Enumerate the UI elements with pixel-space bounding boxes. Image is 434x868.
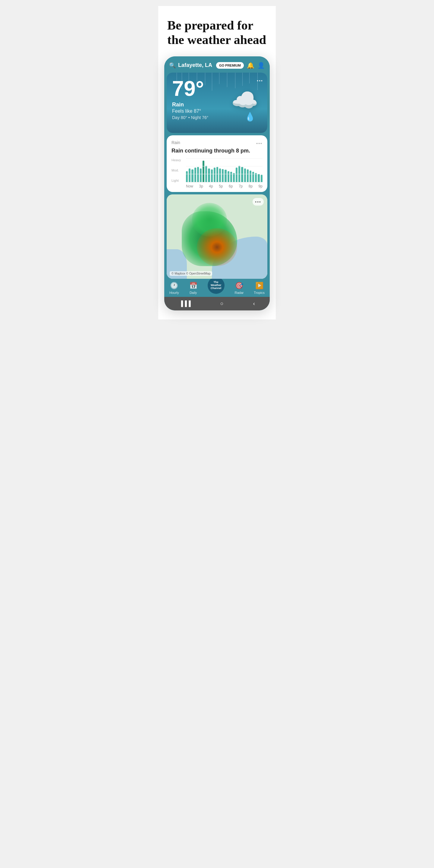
y-label-heavy: Heavy	[172, 158, 181, 162]
map-storm-orange	[197, 228, 237, 266]
bottom-navigation: 🕐 Hourly 📅 Daily TheWeatherChannel 🎯 Rad…	[164, 279, 270, 297]
time-7p: 7p	[239, 184, 243, 188]
weather-channel-label: TheWeatherChannel	[211, 281, 221, 290]
nav-tropics[interactable]: ▶️ Tropics	[254, 282, 265, 294]
hourly-label: Hourly	[169, 291, 179, 294]
chart-bar-17	[233, 173, 235, 182]
time-9p: 9p	[258, 184, 262, 188]
profile-icon[interactable]: 👤	[257, 62, 265, 69]
chart-bar-14	[224, 170, 226, 182]
chart-bar-0	[186, 171, 188, 182]
weather-more-button[interactable]	[257, 77, 263, 84]
android-recent-button[interactable]: ▐▐▐	[179, 301, 190, 307]
hero-section: Be prepared for the weather ahead	[158, 6, 276, 56]
chart-bar-5	[200, 168, 202, 182]
chart-bar-8	[208, 168, 210, 182]
rain-forecast-title: Rain continuing through 8 pm.	[172, 148, 262, 154]
rain-card-label: Rain	[172, 140, 180, 145]
chart-bar-15	[227, 171, 229, 182]
daily-icon: 📅	[189, 282, 197, 290]
map-background	[167, 194, 267, 279]
chart-bar-16	[230, 172, 232, 182]
top-bar: 🔍 Lafayette, LA GO PREMIUM 🔔 👤	[164, 56, 270, 73]
y-label-light: Light	[172, 179, 181, 182]
chart-bar-2	[191, 169, 193, 182]
chart-bar-13	[222, 169, 224, 182]
search-icon: 🔍	[169, 62, 176, 69]
notification-icon[interactable]: 🔔	[247, 62, 254, 69]
rain-forecast-card: Rain Rain continuing through 8 pm. Heavy…	[167, 135, 267, 192]
y-label-mod: Mod.	[172, 168, 181, 172]
grid-line-mid1	[186, 166, 262, 166]
hero-title: Be prepared for the weather ahead	[167, 18, 267, 47]
location-text[interactable]: Lafayette, LA	[178, 62, 212, 68]
chart-bars	[186, 158, 262, 182]
chart-bar-25	[255, 173, 257, 182]
time-8p: 8p	[249, 184, 253, 188]
chart-bar-11	[216, 167, 218, 182]
daily-label: Daily	[190, 291, 197, 294]
chart-bar-24	[252, 172, 254, 182]
chart-bar-20	[241, 167, 243, 182]
chart-bar-3	[194, 167, 196, 182]
grid-line-mid2	[186, 174, 262, 174]
chart-bar-9	[211, 169, 213, 182]
weather-card: 79° Rain Feels like 87° Day 80° • Night …	[167, 73, 267, 133]
map-base	[167, 194, 267, 279]
top-icons: 🔔 👤	[247, 62, 265, 69]
time-5p: 5p	[219, 184, 223, 188]
chart-bar-27	[261, 175, 262, 182]
map-card[interactable]: © Mapbox © OpenStreetMap	[167, 194, 267, 279]
nav-center[interactable]: TheWeatherChannel	[208, 282, 224, 294]
chart-bar-4	[197, 167, 199, 182]
chart-bar-6	[203, 161, 204, 182]
time-4p: 4p	[209, 184, 213, 188]
time-3p: 3p	[199, 184, 203, 188]
time-labels: Now 3p 4p 5p 6p 7p 8p 9p	[186, 184, 262, 188]
y-axis-labels: Heavy Mod. Light	[172, 158, 181, 182]
radar-icon: 🎯	[235, 282, 243, 290]
rain-drops-icon: 💧	[245, 112, 255, 122]
chart-bar-18	[236, 167, 238, 182]
chart-bar-23	[250, 170, 251, 182]
time-6p: 6p	[229, 184, 233, 188]
rain-chart: Heavy Mod. Light Now 3p 4p 5p 6p	[172, 158, 262, 188]
map-copyright: © Mapbox © OpenStreetMap	[170, 271, 212, 276]
nav-daily[interactable]: 📅 Daily	[189, 282, 197, 294]
android-back-button[interactable]: ‹	[253, 301, 255, 307]
map-more-button[interactable]	[253, 198, 264, 206]
chart-bar-21	[244, 168, 246, 182]
rain-card-header: Rain	[172, 140, 262, 147]
android-nav-bar: ▐▐▐ ○ ‹	[164, 297, 270, 310]
weather-channel-bubble[interactable]: TheWeatherChannel	[208, 277, 224, 294]
go-premium-button[interactable]: GO PREMIUM	[216, 62, 244, 69]
time-now: Now	[186, 184, 193, 188]
chart-bar-1	[189, 168, 190, 182]
rain-more-button[interactable]	[256, 140, 262, 147]
search-area: 🔍 Lafayette, LA	[169, 62, 213, 69]
nav-radar[interactable]: 🎯 Radar	[235, 282, 244, 294]
radar-label: Radar	[235, 291, 244, 294]
cloud-icon: ☁️	[231, 87, 258, 113]
page-wrapper: Be prepared for the weather ahead 🔍 Lafa…	[158, 6, 276, 319]
hourly-icon: 🕐	[170, 282, 178, 290]
phone-container: 🔍 Lafayette, LA GO PREMIUM 🔔 👤	[164, 56, 270, 310]
chart-bar-10	[214, 167, 216, 182]
chart-bar-22	[247, 169, 249, 182]
chart-bar-12	[219, 168, 221, 182]
chart-bar-26	[258, 174, 259, 182]
tropics-label: Tropics	[254, 291, 265, 294]
nav-hourly[interactable]: 🕐 Hourly	[169, 282, 179, 294]
android-home-button[interactable]: ○	[220, 301, 224, 307]
tropics-icon: ▶️	[255, 282, 264, 290]
